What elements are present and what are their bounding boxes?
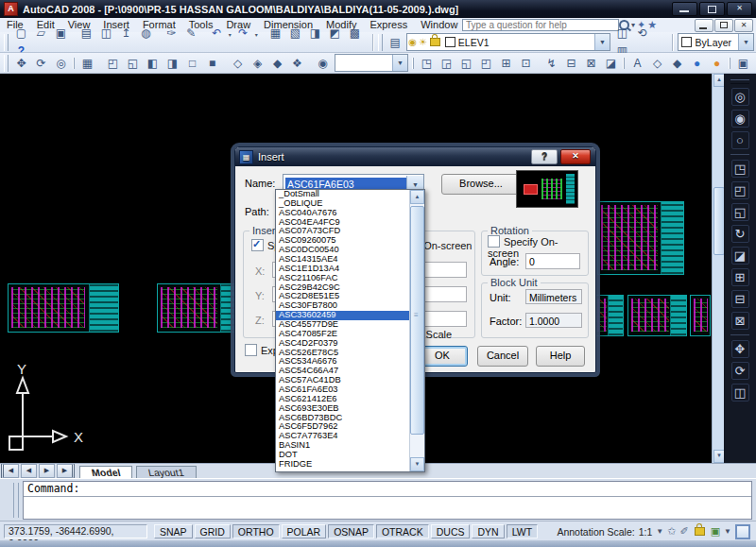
annotation-scale-dropdown-icon[interactable]: ▼: [656, 527, 663, 536]
toggle-polar[interactable]: POLAR: [282, 524, 327, 538]
toggle-osnap[interactable]: OSNAP: [328, 524, 374, 538]
toggle-ortho[interactable]: ORTHO: [232, 524, 280, 538]
sheet-set-manager-icon[interactable]: ▦: [266, 25, 284, 43]
undo-drop-icon[interactable]: ▾: [227, 31, 233, 38]
toolbar-grip[interactable]: [412, 58, 414, 69]
iso-nw-icon[interactable]: ❖: [288, 54, 306, 72]
match-properties-icon[interactable]: ✑: [163, 25, 180, 43]
view-front-icon[interactable]: □: [183, 54, 201, 72]
block-list-item[interactable]: FRIDGE: [276, 460, 410, 470]
canvas-vertical-scrollbar[interactable]: ▲ ▼: [712, 74, 724, 463]
toggle-dyn[interactable]: DYN: [472, 524, 504, 538]
edit-block-icon[interactable]: ✎: [182, 25, 200, 43]
orbit-constrained-icon[interactable]: ◎: [731, 88, 749, 106]
view-back-icon[interactable]: ■: [203, 54, 221, 72]
minimize-button[interactable]: [672, 2, 697, 16]
named-views-icon[interactable]: ▦: [78, 54, 96, 72]
orbit-free-icon[interactable]: ◉: [731, 110, 749, 128]
help-button[interactable]: Help: [536, 346, 585, 367]
ucs-y-icon[interactable]: ◪: [602, 54, 620, 72]
markup-set-manager-icon[interactable]: ▧: [286, 25, 304, 43]
tab-prev-icon[interactable]: ◀: [21, 464, 37, 478]
orbit-continuous-icon[interactable]: ○: [731, 131, 749, 149]
layer-combo-arrow[interactable]: ▼: [594, 34, 610, 50]
list-scroll-down-icon[interactable]: ▼: [410, 457, 424, 471]
annotation-update-icon[interactable]: ▣: [711, 525, 720, 538]
extrude-icon[interactable]: ◳: [731, 160, 749, 178]
toggle-snap[interactable]: SNAP: [154, 524, 193, 538]
undo-icon[interactable]: ↶: [208, 25, 226, 43]
command-prompt[interactable]: Command:: [24, 482, 751, 497]
layer-manager-icon[interactable]: ▤: [387, 33, 404, 51]
tab-next-icon[interactable]: ▶: [39, 464, 55, 478]
3d-rotate-icon[interactable]: ⟳: [731, 362, 749, 380]
ucs-origin-icon[interactable]: ⊡: [517, 54, 535, 72]
view-top-icon[interactable]: ◰: [104, 54, 122, 72]
3d-move-icon[interactable]: ✥: [731, 340, 749, 358]
make-object-layer-icon[interactable]: ◫: [613, 25, 631, 43]
ucs-3point-icon[interactable]: ⊟: [562, 54, 580, 72]
menu-window[interactable]: Window: [414, 19, 464, 30]
color-control-combo[interactable]: ByLayer ▼: [678, 33, 754, 51]
toolbar-grip[interactable]: [4, 34, 9, 51]
redo-icon[interactable]: ↷: [234, 25, 252, 43]
angle-field[interactable]: 0: [525, 253, 580, 269]
close-button[interactable]: ✕: [727, 2, 752, 16]
tab-model[interactable]: Model: [79, 466, 132, 478]
dialog-help-icon[interactable]: ?: [531, 149, 558, 164]
view-right-icon[interactable]: ◨: [163, 54, 181, 72]
cancel-button[interactable]: Cancel: [477, 346, 528, 367]
tab-first-icon[interactable]: ◀: [1, 464, 19, 478]
toolbar-grip[interactable]: [73, 58, 75, 69]
toggle-lwt[interactable]: LWT: [507, 524, 538, 538]
intersect-icon[interactable]: ⊠: [731, 312, 749, 330]
document-restore-button[interactable]: [714, 19, 733, 32]
open-icon[interactable]: ▱: [32, 25, 50, 43]
3d-dwf-icon[interactable]: ◍: [137, 25, 155, 43]
view-left-icon[interactable]: ◧: [144, 54, 162, 72]
etransmit-icon[interactable]: ◩: [326, 25, 344, 43]
restore-button[interactable]: [699, 2, 725, 16]
publish-icon[interactable]: ↥: [117, 25, 135, 43]
plot-preview-icon[interactable]: ◫: [97, 25, 115, 43]
annotation-autoscale-icon[interactable]: ✐: [679, 525, 688, 538]
ucs-object-icon[interactable]: ◰: [477, 54, 495, 72]
annotation-visibility-icon[interactable]: ✩: [667, 525, 676, 538]
named-view-combo[interactable]: ▼: [335, 54, 408, 72]
named-view-combo-arrow[interactable]: ▼: [392, 55, 407, 71]
toolbar-grip[interactable]: [4, 55, 9, 72]
browse-button[interactable]: Browse...: [441, 174, 521, 195]
quick-calc-icon[interactable]: ▩: [346, 25, 364, 43]
camera-icon[interactable]: ◉: [314, 54, 332, 72]
iso-se-icon[interactable]: ◈: [249, 54, 266, 72]
list-scrollbar-thumb[interactable]: [410, 206, 424, 435]
rotation-specify-checkbox[interactable]: [488, 235, 500, 248]
vs-2d-wireframe-icon[interactable]: A: [628, 54, 646, 72]
color-combo-arrow[interactable]: ▼: [738, 34, 753, 50]
lock-dropdown-icon[interactable]: ▼: [724, 527, 731, 536]
help-search-input[interactable]: [462, 19, 619, 31]
clean-screen-icon[interactable]: [735, 524, 750, 539]
save-icon[interactable]: ▣: [52, 25, 70, 43]
command-window-grip[interactable]: [13, 483, 19, 518]
ucs-view-icon[interactable]: ⊞: [497, 54, 515, 72]
subtract-icon[interactable]: ⊟: [731, 290, 749, 308]
tab-last-icon[interactable]: ▶: [57, 464, 75, 478]
toolbar-grip[interactable]: [623, 58, 625, 69]
document-minimize-button[interactable]: [695, 19, 713, 32]
render-icon[interactable]: ▣: [734, 54, 752, 72]
slice-icon[interactable]: ◪: [731, 247, 749, 265]
annotation-scale-value[interactable]: 1:1: [639, 526, 653, 538]
explode-checkbox[interactable]: [245, 344, 257, 356]
vs-3d-hidden-icon[interactable]: ◆: [668, 54, 686, 72]
command-history[interactable]: Command:: [23, 481, 752, 520]
ucs-world-icon[interactable]: ◳: [418, 54, 436, 72]
dialog-close-icon[interactable]: ✕: [560, 149, 591, 164]
3d-align-icon[interactable]: ◫: [731, 384, 749, 402]
swivel-icon[interactable]: ◎: [52, 54, 70, 72]
insert-dialog-titlebar[interactable]: ▦ Insert ? ✕: [235, 147, 595, 166]
plot-icon[interactable]: ▤: [77, 25, 95, 43]
coordinate-readout[interactable]: 373.1759, -36442.6990, 0.0000: [4, 524, 147, 538]
tab-layout1[interactable]: Layout1: [136, 466, 196, 478]
menu-express[interactable]: Express: [363, 19, 414, 30]
